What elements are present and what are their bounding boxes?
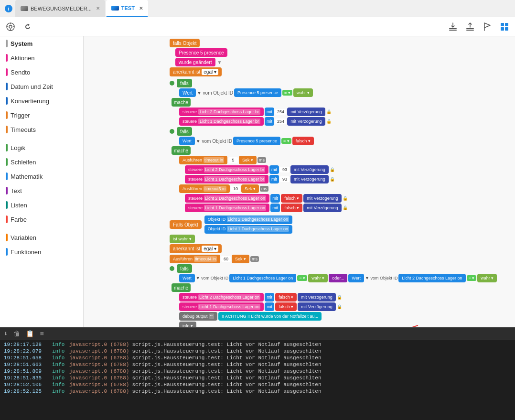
block-eq-oder1[interactable]: = ▾	[297, 275, 307, 281]
blocks-button[interactable]	[498, 20, 511, 33]
block-ms4[interactable]: ms	[250, 256, 259, 262]
val-254-2[interactable]: 254	[275, 118, 286, 124]
block-sek4[interactable]: Sek ▾	[232, 255, 249, 263]
block-mit-verz1[interactable]: mit Verzögerung	[287, 108, 325, 116]
tab-test[interactable]: TEST ✕	[106, 0, 148, 17]
block-mit-verz3[interactable]: mit Verzögerung	[290, 165, 329, 174]
canvas-area[interactable]: falls Objekt Presence 5 presence wurde g…	[84, 36, 515, 327]
log-copy-btn[interactable]: 📋	[24, 329, 36, 339]
sidebar-item-text[interactable]: Text	[0, 183, 83, 198]
block-ms1[interactable]: ms	[258, 157, 266, 163]
block-sek2[interactable]: Sek ▾	[241, 184, 259, 193]
block-ausfuehren2[interactable]: Ausführen timeout3 in	[179, 184, 230, 193]
sidebar-item-system[interactable]: System	[0, 36, 83, 51]
tab-bewegungsmelder[interactable]: BEWEGUNGSMELDER... ✕	[15, 0, 105, 17]
block-mit-oder2[interactable]: mit	[265, 302, 274, 311]
block-mit-verz2[interactable]: mit Verzögerung	[287, 117, 325, 126]
block-debug-text1[interactable]: !! ACHTUNG !! Licht wurde von der Notfal…	[218, 312, 322, 321]
flag-button[interactable]	[481, 20, 494, 33]
block-ist-wahr[interactable]: ist wahr ▾	[170, 235, 195, 243]
block-wurde-geaendert[interactable]: wurde geändert	[175, 58, 215, 66]
block-wahr-oder1[interactable]: wahr ▾	[308, 274, 328, 282]
block-mit3[interactable]: mit	[269, 165, 279, 174]
block-wert1[interactable]: Wert	[179, 88, 196, 97]
block-mit-verz6[interactable]: mit Verzögerung	[303, 204, 342, 212]
block-presence[interactable]: Presence 5 presence	[175, 48, 227, 57]
sidebar-item-aktionen[interactable]: Aktionen	[0, 51, 83, 65]
block-oder[interactable]: oder...	[329, 274, 347, 282]
block-sek1[interactable]: Sek ▾	[239, 156, 257, 164]
block-ausfuehren4[interactable]: Ausführen timeout4 in	[170, 255, 220, 263]
block-falls2[interactable]: falls	[177, 127, 192, 136]
block-steuere-oder1[interactable]: steuere Licht 2 Dachgeschoss Lager on	[179, 293, 264, 302]
block-mache2[interactable]: mache	[172, 146, 191, 155]
log-download-btn[interactable]: ⬇	[2, 329, 10, 339]
block-falsch3[interactable]: falsch ▾	[281, 204, 302, 212]
block-mit1[interactable]: mit	[265, 108, 274, 116]
block-steuere-oder2[interactable]: steuere Licht 1 Dachgeschoss Lager on	[179, 302, 264, 311]
block-falls-oder[interactable]: falls	[177, 264, 192, 273]
val-93-2[interactable]: 93	[280, 176, 290, 182]
val-5[interactable]: 5	[228, 157, 238, 163]
block-info1[interactable]: info ▾	[179, 322, 196, 327]
block-mit6[interactable]: mit	[270, 204, 280, 212]
sidebar-item-schleifen[interactable]: Schleifen	[0, 155, 83, 169]
sidebar-item-farbe[interactable]: Farbe	[0, 212, 83, 226]
block-steuere1[interactable]: steuere Licht 2 Dachgeschoss Lager br	[179, 108, 264, 116]
block-wert2[interactable]: Wert	[179, 137, 195, 145]
sidebar-item-konvertierung[interactable]: Konvertierung	[0, 94, 83, 108]
block-anerkannt2[interactable]: anerkannt ist egal ▾	[170, 244, 222, 253]
block-falls-objekt2-main[interactable]: Falls Objekt	[170, 220, 202, 229]
log-menu-btn[interactable]: ≡	[38, 329, 45, 339]
tab-close-test[interactable]: ✕	[139, 6, 143, 11]
val-60[interactable]: 60	[221, 256, 231, 262]
sidebar-item-listen[interactable]: Listen	[0, 198, 83, 212]
block-falls1[interactable]: falls	[177, 79, 192, 87]
block-mit-verz5[interactable]: mit Verzögerung	[303, 194, 342, 203]
val-10[interactable]: 10	[231, 186, 240, 192]
log-clear-btn[interactable]: 🗑	[11, 329, 22, 339]
block-debug1[interactable]: debug output ""	[179, 312, 217, 321]
block-mit4[interactable]: mit	[269, 175, 279, 183]
block-steuere4[interactable]: steuere Licht 1 Dachgeschoss Lager br	[185, 175, 268, 183]
tab-close-bewegungsmelder[interactable]: ✕	[96, 6, 100, 11]
block-canvas[interactable]: falls Objekt Presence 5 presence wurde g…	[84, 36, 515, 327]
block-falls-objekt[interactable]: falls Objekt	[170, 39, 200, 47]
block-mache1[interactable]: mache	[172, 98, 191, 107]
block-mit-verz-oder1[interactable]: mit Verzögerung	[298, 293, 336, 302]
block-falsch-oder2[interactable]: falsch ▾	[275, 302, 297, 311]
block-steuere2[interactable]: steuere Licht 1 Dachgeschoss Lager br	[179, 117, 264, 126]
sidebar-item-trigger[interactable]: Trigger	[0, 108, 83, 122]
block-objekt-presence2[interactable]: Presence 5 presence	[233, 137, 280, 145]
block-objekt-presence1[interactable]: Presence 5 presence	[234, 88, 281, 97]
refresh-button[interactable]	[21, 20, 34, 33]
block-wert-oder1[interactable]: Wert	[179, 274, 195, 282]
block-mit-verz-oder2[interactable]: mit Verzögerung	[298, 302, 336, 311]
back-button[interactable]	[4, 20, 17, 33]
block-steuere5[interactable]: steuere Licht 2 Dachgeschoss Lager on	[185, 194, 269, 203]
sidebar-item-funktionen[interactable]: Funktionen	[0, 245, 83, 259]
val-93-1[interactable]: 93	[280, 167, 290, 172]
sidebar-item-datum[interactable]: Datum und Zeit	[0, 79, 83, 94]
block-mit-verz4[interactable]: mit Verzögerung	[290, 175, 329, 183]
sidebar-item-timeouts[interactable]: Timeouts	[0, 122, 83, 137]
block-licht2-on[interactable]: Licht 2 Dachgeschoss Lager on	[398, 274, 465, 282]
block-licht1-on[interactable]: Licht 1 Dachgeschoss Lager on	[229, 274, 296, 282]
sidebar-item-sendto[interactable]: Sendto	[0, 65, 83, 79]
block-falsch2[interactable]: falsch ▾	[281, 194, 302, 203]
block-anerkannt[interactable]: anerkannt ist egal ▾	[170, 67, 222, 76]
block-mit2[interactable]: mit	[265, 117, 274, 126]
block-falsch1[interactable]: falsch ▾	[292, 137, 314, 145]
block-eq1[interactable]: = ▾	[282, 90, 292, 96]
import-button[interactable]	[463, 20, 477, 33]
sidebar-item-variablen[interactable]: Variablen	[0, 230, 83, 245]
export-button[interactable]	[446, 20, 460, 33]
block-objekt-id1[interactable]: Objekt ID Licht 2 Dachgeschoss Lager on	[204, 215, 292, 224]
sidebar-item-mathematik[interactable]: Mathematik	[0, 169, 83, 183]
block-eq2[interactable]: = ▾	[281, 138, 291, 144]
block-ausfuehren1[interactable]: Ausführen timeout in	[179, 156, 227, 164]
block-wert-oder2[interactable]: Wert	[348, 274, 364, 282]
block-ms2[interactable]: ms	[260, 186, 268, 192]
block-mit5[interactable]: mit	[270, 194, 280, 203]
val-254-1[interactable]: 254	[275, 109, 286, 115]
